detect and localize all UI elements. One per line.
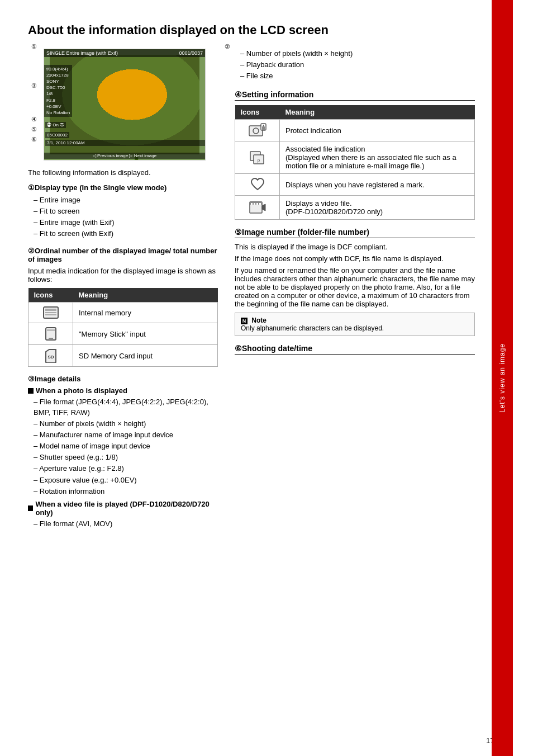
svg-point-8 [118,105,139,130]
section3-sub1-heading: When a photo is displayed [28,386,218,395]
icon-cell [235,120,280,141]
svg-line-14 [136,100,139,160]
section5-text1: This is displayed if the image is DCF co… [235,243,475,251]
bullet-square [28,505,33,511]
note-icon: N [241,318,248,324]
table-cell: SD Memory Card input [73,345,218,367]
section5-heading: ⑤Image number (folder-file number) [235,228,475,238]
svg-point-5 [145,100,170,120]
svg-point-12 [118,68,139,93]
list-item: File size [240,71,475,81]
svg-rect-35 [254,203,255,205]
icons-table-2: Icons Meaning [28,288,218,367]
section3-sub1-list: File format (JPEG(4:4:4), JPEG(4:2:2), J… [28,397,218,497]
lcd-top-right: 0001/0037 [179,50,203,56]
svg-point-2 [139,68,160,93]
icon-cell [28,303,73,323]
list-item: Fit to screen (with Exif) [34,229,218,239]
heart-icon [250,177,265,192]
icon-cell [235,196,280,220]
svg-rect-21 [49,338,53,340]
section1-list: Entire image Fit to screen Entire image … [28,195,218,239]
section5-text3: If you named or renamed the file on your… [235,266,475,308]
note-text: Only alphanumeric characters can be disp… [241,324,469,332]
table-row: Displays when you have registered a mark… [235,174,475,196]
table-row: Protect indication [235,120,475,141]
svg-rect-34 [251,203,253,205]
video-icon [249,200,266,215]
right-tab: Let's view an image [492,0,513,756]
list-item: Entire image (with Exif) [34,218,218,228]
section1: ①Display type (In the Single view mode) … [28,183,218,239]
lcd-nav: ◁ Previous image ▷ Next image [44,153,205,159]
table-cell: Associated file indication (Displayed wh… [280,141,475,174]
memory-icon [42,306,59,319]
svg-point-4 [149,94,172,105]
table-header-icons: Icons [28,288,73,303]
table-row: p Associated file indication (Displayed … [235,141,475,174]
svg-rect-36 [256,203,258,205]
section3-sub2-heading: When a video file is played (DPF-D1020/D… [28,500,218,517]
svg-point-15 [102,112,132,132]
list-item: Shutter speed (e.g.: 1/8) [34,452,218,462]
list-item: Exposure value (e.g.: +0.0EV) [34,475,218,485]
svg-point-6 [139,105,160,130]
section3: ③Image details When a photo is displayed… [28,375,218,529]
section3-heading: ③Image details [28,375,218,383]
icons-table-4: Icons Meaning [235,105,475,220]
right-tab-text: Let's view an image [498,343,506,413]
svg-text:p: p [257,158,260,163]
section3-right-list: Number of pixels (width × height) Playba… [235,49,475,82]
svg-rect-19 [45,314,56,315]
protect-icon [249,123,266,138]
list-item: Aperture value (e.g.: F2.8) [34,464,218,474]
section3-sub2-list: File format (AVI, MOV) [28,519,218,529]
table-cell: Protect indication [280,120,475,141]
section2: ②Ordinal number of the displayed image/ … [28,247,218,367]
svg-text:SD: SD [47,355,54,360]
section6: ⑥Shooting date/time [235,344,475,355]
page-title: About the information displayed on the L… [28,22,475,39]
label-3: ③ [31,82,37,89]
lcd-top-left: SINGLE Entire image (with Exif) [46,50,118,56]
section2-heading: ②Ordinal number of the displayed image/ … [28,247,218,263]
list-item: Playback duration [240,60,475,70]
svg-rect-27 [262,126,265,130]
table-cell: Displays when you have registered a mark… [280,174,475,196]
svg-rect-22 [47,329,55,331]
label-4: ④ [31,116,37,123]
sd-icon: SD [45,348,57,363]
svg-rect-37 [259,203,261,205]
note-box: N Note Only alphanumeric characters can … [235,313,475,336]
section4: ④Setting information Icons Meaning [235,90,475,220]
table-header-meaning: Meaning [280,105,475,120]
icon-cell [235,174,280,196]
section1-heading: ①Display type (In the Single view mode) [28,183,218,192]
table-row: "Memory Stick" input [28,323,218,345]
list-item: Manufacturer name of image input device [34,430,218,440]
list-item: File format (JPEG(4:4:4), JPEG(4:2:2), J… [34,397,218,417]
section5: ⑤Image number (folder-file number) This … [235,228,475,336]
svg-point-10 [107,94,129,105]
list-item: File format (AVI, MOV) [34,519,218,529]
list-item: Number of pixels (width × height) [240,49,475,59]
section2-subtext: Input media indication for the displayed… [28,267,218,284]
list-item: Rotation information [34,486,218,497]
label-2: ② [225,43,230,50]
svg-point-7 [134,110,145,132]
table-row: Internal memory [28,303,218,323]
list-item: Number of pixels (width × height) [34,419,218,429]
following-text: The following information is displayed. [28,168,218,177]
table-header-meaning: Meaning [73,288,218,303]
table-cell: Internal memory [73,303,218,323]
icon-cell: p [235,141,280,174]
lcd-label6: 7/1, 2010 12:00AM [45,140,205,146]
list-item: Entire image [34,195,218,205]
icon-cell [28,323,73,345]
table-row: SD SD Memory Card input [28,345,218,367]
lcd-left-info: f/3.0(4:4:4)2304x1728SONYDSC-T501/8F2.8+… [44,65,72,117]
list-item: Model name of image input device [34,441,218,451]
lcd-image: SINGLE Entire image (with Exif) 0001/003… [44,49,206,160]
svg-point-13 [127,87,151,112]
svg-marker-38 [262,204,265,211]
